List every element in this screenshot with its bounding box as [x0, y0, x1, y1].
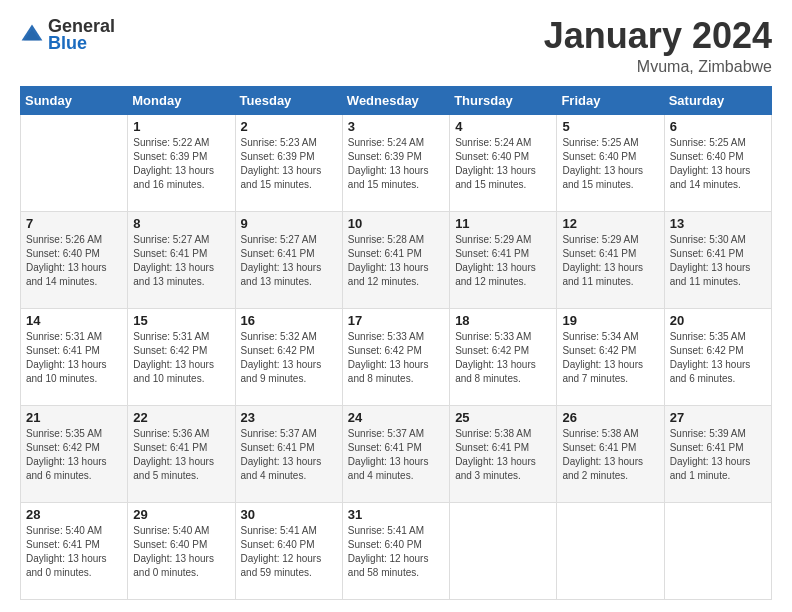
logo: General Blue	[20, 16, 115, 54]
sunset-text: Sunset: 6:42 PM	[241, 345, 315, 356]
sunset-text: Sunset: 6:39 PM	[133, 151, 207, 162]
calendar-cell: 31Sunrise: 5:41 AMSunset: 6:40 PMDayligh…	[342, 502, 449, 599]
main-title: January 2024	[544, 16, 772, 56]
daylight-text-cont: and 6 minutes.	[26, 470, 92, 481]
day-number: 26	[562, 410, 658, 425]
sunrise-text: Sunrise: 5:35 AM	[670, 331, 746, 342]
sunrise-text: Sunrise: 5:25 AM	[562, 137, 638, 148]
daylight-text: Daylight: 13 hours	[26, 262, 107, 273]
calendar-cell: 27Sunrise: 5:39 AMSunset: 6:41 PMDayligh…	[664, 405, 771, 502]
daylight-text: Daylight: 13 hours	[670, 359, 751, 370]
daylight-text-cont: and 1 minute.	[670, 470, 731, 481]
daylight-text-cont: and 0 minutes.	[26, 567, 92, 578]
calendar-cell: 30Sunrise: 5:41 AMSunset: 6:40 PMDayligh…	[235, 502, 342, 599]
daylight-text: Daylight: 13 hours	[26, 553, 107, 564]
day-detail: Sunrise: 5:26 AMSunset: 6:40 PMDaylight:…	[26, 233, 122, 289]
day-detail: Sunrise: 5:25 AMSunset: 6:40 PMDaylight:…	[562, 136, 658, 192]
day-detail: Sunrise: 5:38 AMSunset: 6:41 PMDaylight:…	[455, 427, 551, 483]
calendar-cell: 20Sunrise: 5:35 AMSunset: 6:42 PMDayligh…	[664, 308, 771, 405]
sunrise-text: Sunrise: 5:26 AM	[26, 234, 102, 245]
calendar-cell: 28Sunrise: 5:40 AMSunset: 6:41 PMDayligh…	[21, 502, 128, 599]
calendar-cell: 7Sunrise: 5:26 AMSunset: 6:40 PMDaylight…	[21, 211, 128, 308]
daylight-text: Daylight: 13 hours	[241, 456, 322, 467]
day-number: 6	[670, 119, 766, 134]
calendar-week-row: 14Sunrise: 5:31 AMSunset: 6:41 PMDayligh…	[21, 308, 772, 405]
daylight-text-cont: and 10 minutes.	[133, 373, 204, 384]
calendar-header-row: SundayMondayTuesdayWednesdayThursdayFrid…	[21, 86, 772, 114]
calendar-cell: 5Sunrise: 5:25 AMSunset: 6:40 PMDaylight…	[557, 114, 664, 211]
day-number: 20	[670, 313, 766, 328]
day-number: 18	[455, 313, 551, 328]
calendar-week-row: 28Sunrise: 5:40 AMSunset: 6:41 PMDayligh…	[21, 502, 772, 599]
calendar-cell: 18Sunrise: 5:33 AMSunset: 6:42 PMDayligh…	[450, 308, 557, 405]
day-detail: Sunrise: 5:31 AMSunset: 6:42 PMDaylight:…	[133, 330, 229, 386]
sunset-text: Sunset: 6:40 PM	[455, 151, 529, 162]
sunrise-text: Sunrise: 5:37 AM	[348, 428, 424, 439]
sunset-text: Sunset: 6:41 PM	[26, 345, 100, 356]
day-number: 8	[133, 216, 229, 231]
sunrise-text: Sunrise: 5:28 AM	[348, 234, 424, 245]
day-number: 21	[26, 410, 122, 425]
day-of-week-header: Tuesday	[235, 86, 342, 114]
calendar-cell: 24Sunrise: 5:37 AMSunset: 6:41 PMDayligh…	[342, 405, 449, 502]
sunrise-text: Sunrise: 5:31 AM	[133, 331, 209, 342]
daylight-text: Daylight: 13 hours	[26, 359, 107, 370]
sunset-text: Sunset: 6:42 PM	[670, 345, 744, 356]
calendar-cell: 25Sunrise: 5:38 AMSunset: 6:41 PMDayligh…	[450, 405, 557, 502]
daylight-text: Daylight: 13 hours	[455, 262, 536, 273]
calendar-cell: 17Sunrise: 5:33 AMSunset: 6:42 PMDayligh…	[342, 308, 449, 405]
day-number: 15	[133, 313, 229, 328]
sunset-text: Sunset: 6:41 PM	[241, 442, 315, 453]
day-detail: Sunrise: 5:24 AMSunset: 6:39 PMDaylight:…	[348, 136, 444, 192]
daylight-text: Daylight: 13 hours	[241, 359, 322, 370]
daylight-text-cont: and 10 minutes.	[26, 373, 97, 384]
title-block: January 2024 Mvuma, Zimbabwe	[544, 16, 772, 76]
sunset-text: Sunset: 6:42 PM	[26, 442, 100, 453]
daylight-text: Daylight: 12 hours	[241, 553, 322, 564]
calendar-cell: 1Sunrise: 5:22 AMSunset: 6:39 PMDaylight…	[128, 114, 235, 211]
day-detail: Sunrise: 5:27 AMSunset: 6:41 PMDaylight:…	[241, 233, 337, 289]
logo-icon	[20, 23, 44, 47]
day-detail: Sunrise: 5:37 AMSunset: 6:41 PMDaylight:…	[348, 427, 444, 483]
day-number: 2	[241, 119, 337, 134]
calendar-cell: 3Sunrise: 5:24 AMSunset: 6:39 PMDaylight…	[342, 114, 449, 211]
sunset-text: Sunset: 6:42 PM	[562, 345, 636, 356]
sunrise-text: Sunrise: 5:31 AM	[26, 331, 102, 342]
daylight-text: Daylight: 13 hours	[455, 456, 536, 467]
sunrise-text: Sunrise: 5:39 AM	[670, 428, 746, 439]
calendar-cell: 21Sunrise: 5:35 AMSunset: 6:42 PMDayligh…	[21, 405, 128, 502]
sunset-text: Sunset: 6:41 PM	[133, 442, 207, 453]
daylight-text: Daylight: 13 hours	[133, 456, 214, 467]
day-number: 27	[670, 410, 766, 425]
day-number: 28	[26, 507, 122, 522]
calendar-cell	[450, 502, 557, 599]
daylight-text-cont: and 16 minutes.	[133, 179, 204, 190]
sunrise-text: Sunrise: 5:29 AM	[562, 234, 638, 245]
sunrise-text: Sunrise: 5:23 AM	[241, 137, 317, 148]
day-number: 19	[562, 313, 658, 328]
daylight-text-cont: and 14 minutes.	[26, 276, 97, 287]
sunrise-text: Sunrise: 5:33 AM	[348, 331, 424, 342]
sunset-text: Sunset: 6:40 PM	[133, 539, 207, 550]
calendar-cell: 11Sunrise: 5:29 AMSunset: 6:41 PMDayligh…	[450, 211, 557, 308]
day-number: 30	[241, 507, 337, 522]
sunrise-text: Sunrise: 5:27 AM	[133, 234, 209, 245]
day-number: 10	[348, 216, 444, 231]
sunrise-text: Sunrise: 5:40 AM	[133, 525, 209, 536]
day-number: 7	[26, 216, 122, 231]
daylight-text: Daylight: 13 hours	[133, 553, 214, 564]
sunset-text: Sunset: 6:41 PM	[133, 248, 207, 259]
daylight-text-cont: and 8 minutes.	[348, 373, 414, 384]
sunset-text: Sunset: 6:40 PM	[670, 151, 744, 162]
sunset-text: Sunset: 6:39 PM	[241, 151, 315, 162]
daylight-text-cont: and 15 minutes.	[241, 179, 312, 190]
calendar-cell: 16Sunrise: 5:32 AMSunset: 6:42 PMDayligh…	[235, 308, 342, 405]
day-number: 9	[241, 216, 337, 231]
daylight-text: Daylight: 13 hours	[562, 165, 643, 176]
daylight-text: Daylight: 13 hours	[562, 456, 643, 467]
day-number: 29	[133, 507, 229, 522]
daylight-text-cont: and 8 minutes.	[455, 373, 521, 384]
day-detail: Sunrise: 5:24 AMSunset: 6:40 PMDaylight:…	[455, 136, 551, 192]
daylight-text: Daylight: 13 hours	[562, 262, 643, 273]
day-of-week-header: Sunday	[21, 86, 128, 114]
